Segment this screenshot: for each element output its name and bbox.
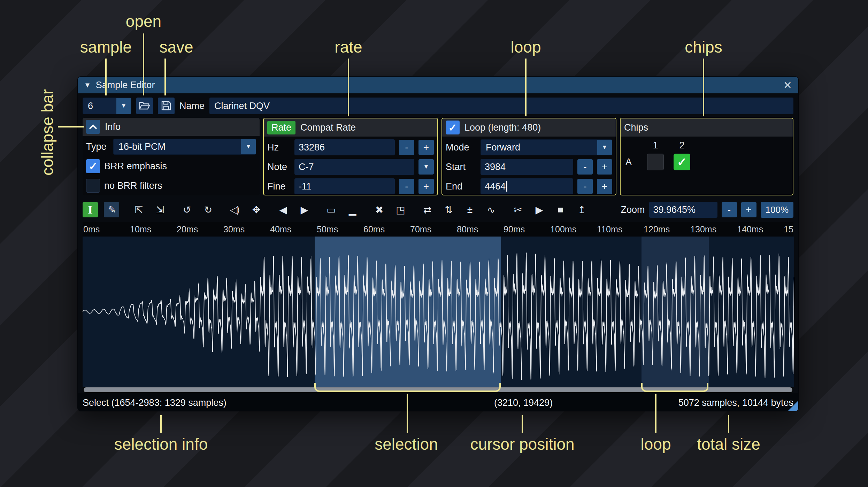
resize-button[interactable]: ⇱ [131,202,146,217]
selection-bracket [314,383,501,392]
zoom-input[interactable]: 39.9645% [649,202,717,218]
loop-end-input[interactable]: 4464 [481,178,573,194]
undo-button-icon: ↺ [183,204,190,216]
sign-button[interactable]: ± [462,202,477,217]
text-caret [506,181,507,192]
mode-row: Mode Forward ▼ [446,139,612,156]
chips-column-headers: 1 2 [647,140,793,151]
hz-input[interactable]: 33286 [294,139,395,155]
loop-start-plus-button[interactable]: + [597,159,612,175]
loop-enable-checkbox[interactable] [446,121,460,134]
fine-label: Fine [267,181,290,192]
fade-in-button[interactable]: ◀ [275,202,290,217]
timeline-tick: 130ms [690,224,716,234]
insert-silence-button[interactable]: ▭ [323,202,338,217]
annotation-selection-info: selection info [114,435,208,454]
no-brr-filters-checkbox[interactable] [86,179,100,193]
crossfade-button[interactable]: ✂ [510,202,525,217]
collapse-bar-button[interactable] [86,120,100,134]
annotation-line-open [143,33,144,95]
note-label: Note [267,162,290,172]
loop-mode-select[interactable]: Forward ▼ [481,139,612,155]
zoom-controls: Zoom 39.9645% - + 100% [621,202,793,218]
note-dropdown-button[interactable]: ▼ [418,159,434,175]
brr-emphasis-label: BRR emphasis [104,161,167,172]
sample-number-select[interactable]: 6 ▼ [83,98,131,114]
create-wavetable-button[interactable]: ↥ [574,202,589,217]
redo-button[interactable]: ↻ [200,202,215,217]
rate-panel-header: Rate Compat Rate [264,118,437,137]
type-select[interactable]: 16-bit PCM ▼ [113,139,256,155]
preview-button[interactable]: ▶ [531,202,546,217]
loop-end-plus-button[interactable]: + [597,179,612,194]
waveform-canvas[interactable] [83,237,794,387]
fine-minus-button[interactable]: - [399,179,414,194]
annotation-line-collapse-bar [58,126,84,127]
loop-start-input[interactable]: 3984 [481,159,573,175]
collapse-window-icon[interactable]: ▼ [84,81,91,89]
sample-number-value: 6 [83,101,116,111]
loop-end-value: 4464 [485,181,506,192]
apply-silence-button-icon: ▁ [349,204,355,216]
status-total-size: 5072 samples, 10144 bytes [678,397,793,408]
hz-minus-button[interactable]: - [399,140,414,155]
reverse-button[interactable]: ⇄ [419,202,435,217]
name-input[interactable]: Clarinet DQV [209,98,793,114]
titlebar: ▼ Sample Editor ✕ [78,77,798,93]
status-bar: Select (1654-2983: 1329 samples) (3210, … [78,393,798,411]
loop-end-label: End [446,181,476,192]
normalize-button[interactable]: ✥ [248,202,263,217]
invert-button[interactable]: ⇅ [440,202,456,217]
open-button[interactable] [136,98,153,114]
select-tool[interactable]: I [83,202,98,217]
draw-tool[interactable]: ✎ [104,202,119,217]
annotation-line-selection [407,394,408,433]
window-resize-grip[interactable] [788,401,798,411]
apply-silence-button[interactable]: ▁ [344,202,360,217]
chevron-down-icon[interactable]: ▼ [597,140,612,155]
chevron-down-icon[interactable]: ▼ [116,98,131,114]
amplify-button-icon: ◁⟩ [230,204,239,216]
mode-label: Mode [446,142,476,153]
chevron-down-icon[interactable]: ▼ [241,139,256,154]
page: open sample save rate loop chips collaps… [0,0,868,487]
fine-plus-button[interactable]: + [418,179,434,194]
waveform-view[interactable] [83,237,794,387]
close-icon[interactable]: ✕ [783,79,792,91]
note-input[interactable]: C-7 [294,159,414,175]
loop-start-minus-button[interactable]: - [577,159,593,175]
hz-label: Hz [267,142,290,153]
timeline-tick: 10ms [130,224,151,234]
timeline-tick: 0ms [83,224,100,234]
annotation-rate: rate [335,38,362,56]
brr-emphasis-checkbox[interactable] [86,159,100,173]
trim-button[interactable]: ◳ [392,202,408,217]
undo-button[interactable]: ↺ [179,202,194,217]
fade-out-button-icon: ▶ [301,204,307,216]
fade-out-button[interactable]: ▶ [296,202,312,217]
zoom-in-button[interactable]: + [741,202,756,217]
hz-plus-button[interactable]: + [418,140,434,155]
rate-mode-button[interactable]: Rate [267,121,295,134]
timeline-tick: 50ms [317,224,338,234]
normalize-button-icon: ✥ [252,204,259,216]
loop-end-minus-button[interactable]: - [577,179,593,194]
note-row: Note C-7 ▼ [267,158,434,176]
delete-button[interactable]: ✖ [371,202,386,217]
resample-button[interactable]: ⇲ [152,202,167,217]
chip-a2-checkbox[interactable] [674,154,690,170]
type-label: Type [86,141,109,152]
annotation-save: save [159,38,193,56]
amplify-button[interactable]: ◁⟩ [227,202,242,217]
zoom-out-button[interactable]: - [722,202,737,217]
annotation-collapse-bar: collapse bar [38,89,57,176]
stop-button[interactable]: ■ [552,202,568,217]
chip-a1-checkbox[interactable] [647,154,664,170]
zoom-reset-button[interactable]: 100% [761,202,794,218]
info-panel: Info Type 16-bit PCM ▼ BRR emphasis no B… [83,118,260,195]
save-button[interactable] [158,98,175,114]
reverse-button-icon: ⇄ [423,204,430,216]
fine-input[interactable]: -11 [294,178,395,194]
draw-tool-icon: ✎ [108,204,115,216]
filter-button[interactable]: ∿ [483,202,498,217]
